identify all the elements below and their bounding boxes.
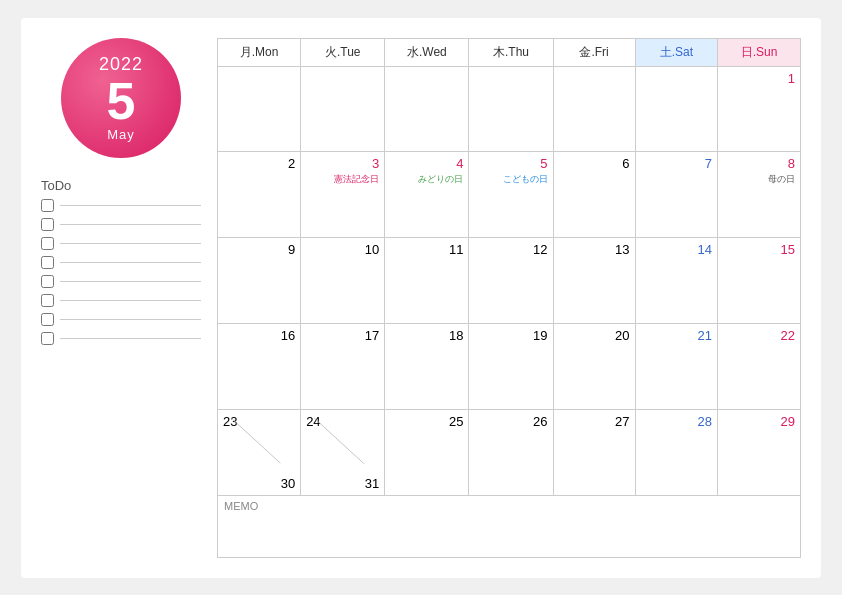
cell-may-3: 3 憲法記念日 bbox=[301, 152, 385, 238]
day-25: 25 bbox=[449, 414, 463, 429]
cell-may-11: 11 bbox=[385, 238, 469, 324]
th-sun: 日.Sun bbox=[718, 38, 801, 66]
th-mon: 月.Mon bbox=[218, 38, 301, 66]
todo-line-1 bbox=[60, 205, 201, 206]
day-11: 11 bbox=[449, 242, 463, 257]
todo-checkbox-8[interactable] bbox=[41, 332, 54, 345]
day-28: 28 bbox=[698, 414, 712, 429]
todo-item-8 bbox=[41, 332, 201, 345]
day-4: 4 bbox=[456, 156, 463, 171]
day-31: 31 bbox=[306, 476, 379, 491]
calendar-panel: 月.Mon 火.Tue 水.Wed 木.Thu 金.Fri 土.Sat 日.Su… bbox=[217, 38, 801, 558]
cell-may-29: 29 bbox=[718, 410, 801, 496]
todo-line-6 bbox=[60, 300, 201, 301]
week-row-2: 2 3 憲法記念日 4 みどりの日 bbox=[218, 152, 801, 238]
day-9: 9 bbox=[288, 242, 295, 257]
todo-item-5 bbox=[41, 275, 201, 288]
holiday-midori: みどりの日 bbox=[418, 173, 463, 186]
todo-line-5 bbox=[60, 281, 201, 282]
cell-may-14: 14 bbox=[635, 238, 718, 324]
day-18: 18 bbox=[449, 328, 463, 343]
cell-may-25: 25 bbox=[385, 410, 469, 496]
th-sat: 土.Sat bbox=[635, 38, 718, 66]
todo-item-6 bbox=[41, 294, 201, 307]
cell-may-4: 4 みどりの日 bbox=[385, 152, 469, 238]
day-7: 7 bbox=[705, 156, 712, 171]
cell-may-16: 16 bbox=[218, 324, 301, 410]
cell-empty-3 bbox=[385, 66, 469, 152]
day-23: 23 bbox=[223, 414, 295, 429]
todo-item-7 bbox=[41, 313, 201, 326]
day-17: 17 bbox=[365, 328, 379, 343]
cell-may-17: 17 bbox=[301, 324, 385, 410]
cell-may-24-31: 24 31 bbox=[301, 410, 385, 496]
week-row-1: 1 bbox=[218, 66, 801, 152]
cell-empty-2 bbox=[301, 66, 385, 152]
day-5: 5 bbox=[540, 156, 547, 171]
calendar-table: 月.Mon 火.Tue 水.Wed 木.Thu 金.Fri 土.Sat 日.Su… bbox=[217, 38, 801, 558]
todo-checkbox-4[interactable] bbox=[41, 256, 54, 269]
holiday-kodomo: こどもの日 bbox=[503, 173, 548, 186]
todo-checkbox-6[interactable] bbox=[41, 294, 54, 307]
memo-row: MEMO bbox=[218, 496, 801, 557]
cell-may-2: 2 bbox=[218, 152, 301, 238]
cell-may-26: 26 bbox=[469, 410, 553, 496]
cell-may-15: 15 bbox=[718, 238, 801, 324]
cell-may-23-30: 23 30 bbox=[218, 410, 301, 496]
todo-line-2 bbox=[60, 224, 201, 225]
cell-may-18: 18 bbox=[385, 324, 469, 410]
day-10: 10 bbox=[365, 242, 379, 257]
th-thu: 木.Thu bbox=[469, 38, 553, 66]
cell-may-28: 28 bbox=[635, 410, 718, 496]
cell-may-21: 21 bbox=[635, 324, 718, 410]
memo-cell: MEMO bbox=[218, 496, 801, 557]
memo-label: MEMO bbox=[224, 500, 258, 512]
month-number: 5 bbox=[107, 75, 136, 127]
th-tue: 火.Tue bbox=[301, 38, 385, 66]
todo-line-8 bbox=[60, 338, 201, 339]
day-2: 2 bbox=[288, 156, 295, 171]
month-name: May bbox=[107, 127, 135, 142]
day-26: 26 bbox=[533, 414, 547, 429]
day-22: 22 bbox=[781, 328, 795, 343]
todo-checkbox-2[interactable] bbox=[41, 218, 54, 231]
day-27: 27 bbox=[615, 414, 629, 429]
cell-may-22: 22 bbox=[718, 324, 801, 410]
cell-may-1: 1 bbox=[718, 66, 801, 152]
day-19: 19 bbox=[533, 328, 547, 343]
week-row-3: 9 10 11 12 bbox=[218, 238, 801, 324]
todo-item-2 bbox=[41, 218, 201, 231]
day-14: 14 bbox=[698, 242, 712, 257]
cell-empty-1 bbox=[218, 66, 301, 152]
todo-item-1 bbox=[41, 199, 201, 212]
day-3: 3 bbox=[372, 156, 379, 171]
todo-checkbox-1[interactable] bbox=[41, 199, 54, 212]
holiday-kenpou: 憲法記念日 bbox=[334, 173, 379, 186]
th-fri: 金.Fri bbox=[553, 38, 635, 66]
todo-section: ToDo bbox=[41, 178, 201, 351]
page: 2022 5 May ToDo bbox=[21, 18, 821, 578]
day-16: 16 bbox=[281, 328, 295, 343]
cell-may-20: 20 bbox=[553, 324, 635, 410]
cell-may-10: 10 bbox=[301, 238, 385, 324]
todo-line-7 bbox=[60, 319, 201, 320]
todo-line-3 bbox=[60, 243, 201, 244]
th-wed: 水.Wed bbox=[385, 38, 469, 66]
cell-may-27: 27 bbox=[553, 410, 635, 496]
day-13: 13 bbox=[615, 242, 629, 257]
day-30: 30 bbox=[223, 476, 295, 491]
cell-empty-6 bbox=[635, 66, 718, 152]
day-29: 29 bbox=[781, 414, 795, 429]
cell-may-7: 7 bbox=[635, 152, 718, 238]
todo-checkbox-5[interactable] bbox=[41, 275, 54, 288]
day-1: 1 bbox=[788, 71, 795, 86]
todo-checkbox-3[interactable] bbox=[41, 237, 54, 250]
day-12: 12 bbox=[533, 242, 547, 257]
day-6: 6 bbox=[622, 156, 629, 171]
cell-may-13: 13 bbox=[553, 238, 635, 324]
cell-empty-4 bbox=[469, 66, 553, 152]
todo-checkbox-7[interactable] bbox=[41, 313, 54, 326]
cell-may-8: 8 母の日 bbox=[718, 152, 801, 238]
cell-may-5: 5 こどもの日 bbox=[469, 152, 553, 238]
week-row-4: 16 17 18 19 bbox=[218, 324, 801, 410]
